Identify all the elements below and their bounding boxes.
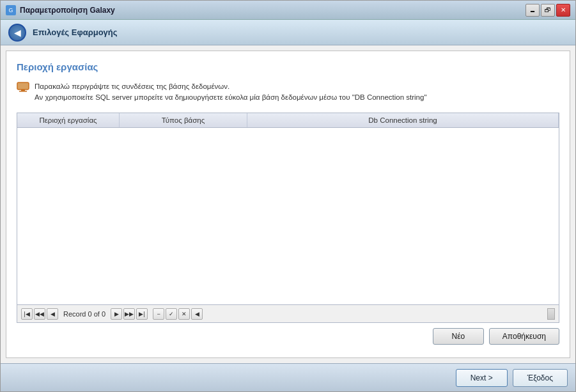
section-title: Περιοχή εργασίας <box>17 61 559 72</box>
close-button[interactable]: ✕ <box>556 4 570 17</box>
window-title: Παραμετροποίηση Galaxy <box>20 6 115 15</box>
nav-first-button[interactable]: |◀ <box>21 308 33 320</box>
action-buttons: Νέο Αποθήκευση <box>17 323 559 347</box>
next-button[interactable]: Next > <box>456 369 508 387</box>
back-button[interactable]: ◀ <box>8 24 26 42</box>
new-button[interactable]: Νέο <box>433 328 484 345</box>
svg-rect-0 <box>17 82 29 90</box>
workspace-table: Περιοχή εργασίας Τύπος βάσης Db Connecti… <box>17 113 559 324</box>
info-line2: Αν χρησιμοποιείτε SQL server μπορείτε να… <box>35 93 426 101</box>
info-line1: Παρακαλώ περιγράψτε τις συνδέσεις της βά… <box>35 82 230 90</box>
restore-button[interactable]: 🗗 <box>541 4 555 17</box>
exit-button[interactable]: Έξοδος <box>513 369 568 387</box>
nav-cross-button[interactable]: ✕ <box>178 308 190 320</box>
record-count-text: Record 0 of 0 <box>59 310 109 318</box>
horizontal-scrollbar[interactable] <box>547 308 555 320</box>
save-button[interactable]: Αποθήκευση <box>489 328 559 345</box>
title-bar: G Παραμετροποίηση Galaxy 🗕 🗗 ✕ <box>1 1 575 20</box>
table-body[interactable] <box>17 128 559 305</box>
title-bar-left: G Παραμετροποίηση Galaxy <box>6 5 115 15</box>
main-content: Περιοχή εργασίας Παρακαλώ περιγράψτε τις… <box>6 51 570 358</box>
table-header: Περιοχή εργασίας Τύπος βάσης Db Connecti… <box>17 113 559 128</box>
nav-next-button[interactable]: ▶ <box>111 308 122 320</box>
main-window: G Παραμετροποίηση Galaxy 🗕 🗗 ✕ ◀ Επιλογέ… <box>0 0 576 392</box>
nav-minus-button[interactable]: − <box>153 308 164 320</box>
footer-bar: Next > Έξοδος <box>1 363 575 391</box>
sub-header-title: Επιλογές Εφαρμογής <box>33 27 118 37</box>
nav-check-button[interactable]: ✓ <box>166 308 177 320</box>
svg-rect-2 <box>19 91 27 92</box>
col-header-dbtype: Τύπος βάσης <box>120 113 247 127</box>
sub-header: ◀ Επιλογές Εφαρμογής <box>1 20 575 45</box>
col-header-workspace: Περιοχή εργασίας <box>17 113 120 127</box>
nav-prev-prev-button[interactable]: ◀◀ <box>34 308 45 320</box>
col-header-connstring: Db Connection string <box>247 113 559 127</box>
monitor-icon <box>17 82 29 92</box>
nav-prev-button[interactable]: ◀ <box>47 308 58 320</box>
app-icon: G <box>6 5 16 15</box>
nav-extra-button[interactable]: ◀ <box>191 308 203 320</box>
info-text: Παρακαλώ περιγράψτε τις συνδέσεις της βά… <box>35 81 426 104</box>
record-navigator: |◀ ◀◀ ◀ Record 0 of 0 ▶ ▶▶ ▶| − ✓ ✕ ◀ <box>17 304 559 322</box>
nav-last-button[interactable]: ▶| <box>136 308 148 320</box>
minimize-button[interactable]: 🗕 <box>525 4 540 17</box>
info-box: Παρακαλώ περιγράψτε τις συνδέσεις της βά… <box>17 81 559 104</box>
nav-next-next-button[interactable]: ▶▶ <box>123 308 135 320</box>
window-controls: 🗕 🗗 ✕ <box>525 4 570 17</box>
